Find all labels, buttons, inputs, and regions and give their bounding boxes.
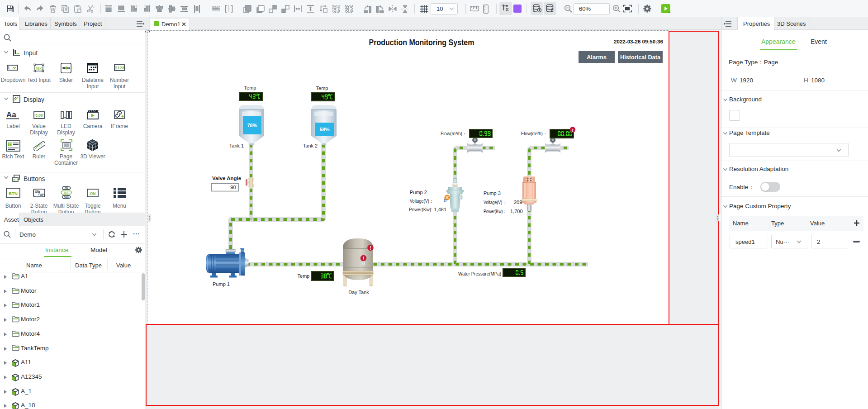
svg-text:0.00: 0.00: [35, 113, 43, 118]
svg-text:ON: ON: [90, 191, 96, 196]
svg-text:Auto: Auto: [64, 196, 69, 198]
svg-text:ON: ON: [65, 187, 68, 190]
svg-text:Text: Text: [35, 66, 43, 71]
svg-text:Aa: Aa: [6, 110, 16, 119]
svg-text:123: 123: [117, 65, 124, 70]
svg-text:ON: ON: [35, 190, 39, 193]
svg-text:T: T: [9, 143, 11, 147]
svg-text:OFF: OFF: [64, 192, 68, 194]
svg-text:OFF: OFF: [40, 193, 45, 196]
svg-text:BTN: BTN: [9, 191, 18, 196]
svg-text:BTN: BTN: [14, 178, 19, 181]
